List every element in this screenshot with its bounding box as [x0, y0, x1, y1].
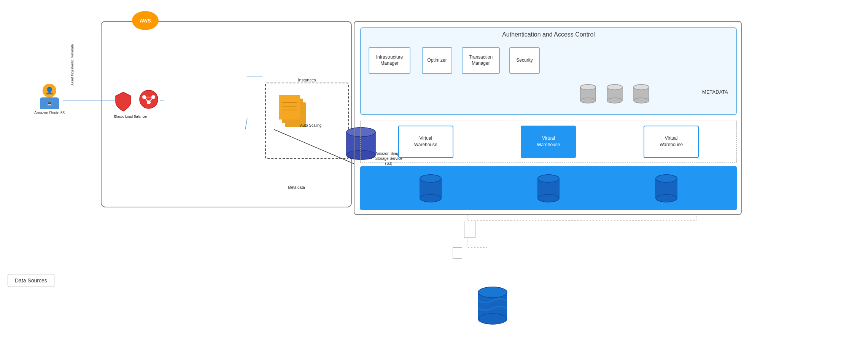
doc-icon-3	[279, 95, 300, 120]
svg-point-44	[607, 84, 622, 90]
route53-label: Amazon Route 53	[34, 110, 65, 115]
svg-point-49	[634, 98, 649, 103]
security-box: Security	[509, 47, 540, 74]
infra-label: InfrastructureManager	[376, 54, 403, 66]
svg-point-50	[634, 84, 649, 90]
vw2-label: VirtualWarehouse	[537, 135, 560, 148]
storage-row	[360, 166, 737, 210]
auth-title: Authentication and Access Control	[502, 31, 595, 38]
svg-point-38	[580, 84, 596, 90]
transaction-manager-box: TransactionManager	[462, 47, 500, 74]
aws-badge: AWS	[132, 11, 159, 30]
auth-box: Authentication and Access Control Infras…	[360, 27, 737, 115]
metadata-cylinders	[580, 83, 650, 104]
svg-point-72	[478, 287, 507, 298]
optimizer-box: Optimizer	[422, 47, 452, 74]
instances-box: Instances Auto Scaling	[265, 83, 349, 159]
metadata-area: METADATA	[367, 81, 732, 108]
meta-cyl-3	[633, 83, 650, 104]
aws-cloud-box: AWS Instances Auto Scaling	[101, 21, 352, 207]
instances-label: Instances	[296, 78, 317, 82]
svg-rect-20	[279, 95, 300, 120]
vw-box-3: VirtualWarehouse	[644, 126, 699, 158]
svg-point-56	[420, 175, 441, 182]
meta-data-label: Meta data	[288, 185, 305, 190]
vw3-label: VirtualWarehouse	[660, 135, 683, 148]
data-sources-box: Data Sources	[8, 274, 54, 287]
svg-point-68	[656, 175, 677, 182]
snowflake-box: Authentication and Access Control Infras…	[354, 21, 742, 215]
security-label: Security	[516, 57, 533, 64]
large-db-icon	[475, 285, 510, 329]
meta-cyl-2	[606, 83, 623, 104]
svg-point-37	[580, 98, 596, 103]
metadata-label: METADATA	[702, 89, 728, 95]
svg-point-61	[538, 194, 559, 202]
data-sources-label: Data Sources	[15, 277, 47, 284]
svg-point-55	[420, 194, 441, 202]
storage-cyl-1	[418, 173, 443, 204]
optimizer-label: Optimizer	[427, 57, 447, 64]
auto-scaling-label: Auto Scaling	[300, 123, 321, 127]
vw-box-2: VirtualWarehouse	[521, 126, 576, 158]
vw-box-1: VirtualWarehouse	[398, 126, 453, 158]
small-rect-2	[453, 247, 462, 259]
diagram-container: 👤 💻 Amazon Route 53 Asset Ingest/edit, M…	[0, 0, 868, 349]
person-head: 👤	[43, 84, 56, 97]
svg-point-71	[478, 314, 507, 324]
meta-cyl-1	[580, 83, 597, 104]
transaction-label: TransactionManager	[469, 54, 493, 66]
user-icon: 👤 💻 Amazon Route 53	[34, 84, 65, 115]
asset-text: Asset Ingest/edit, Metadata	[70, 44, 74, 86]
svg-point-67	[656, 194, 677, 202]
storage-cyl-3	[654, 173, 679, 204]
svg-point-62	[538, 175, 559, 182]
vw-row: VirtualWarehouse VirtualWarehouse Virtua…	[360, 121, 737, 163]
svg-point-43	[607, 98, 622, 103]
small-rect-connector	[464, 221, 475, 238]
storage-cyl-2	[536, 173, 561, 204]
person-body: 💻	[40, 97, 59, 109]
vw1-label: VirtualWarehouse	[414, 135, 437, 148]
infra-manager-box: InfrastructureManager	[369, 47, 410, 74]
